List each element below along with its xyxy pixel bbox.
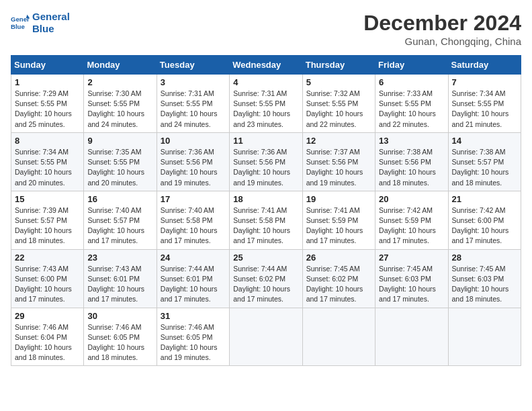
day-info: Sunrise: 7:42 AMSunset: 6:00 PMDaylight:… (452, 206, 509, 245)
table-row: 31 Sunrise: 7:46 AMSunset: 6:05 PMDaylig… (157, 308, 229, 366)
day-info: Sunrise: 7:45 AMSunset: 6:02 PMDaylight:… (306, 265, 363, 304)
day-number: 21 (452, 194, 517, 204)
day-info: Sunrise: 7:40 AMSunset: 5:57 PMDaylight:… (87, 206, 144, 245)
day-number: 28 (452, 253, 517, 263)
logo: General Blue General Blue (11, 11, 70, 35)
day-info: Sunrise: 7:43 AMSunset: 6:00 PMDaylight:… (15, 265, 72, 304)
table-row (230, 308, 302, 366)
title-block: December 2024 Gunan, Chongqing, China (363, 11, 521, 47)
day-number: 19 (306, 194, 371, 204)
table-row: 20 Sunrise: 7:42 AMSunset: 5:59 PMDaylig… (375, 191, 448, 249)
day-info: Sunrise: 7:46 AMSunset: 6:04 PMDaylight:… (15, 323, 72, 362)
table-row: 29 Sunrise: 7:46 AMSunset: 6:04 PMDaylig… (11, 308, 84, 366)
day-info: Sunrise: 7:45 AMSunset: 6:03 PMDaylight:… (379, 265, 436, 304)
day-number: 6 (379, 77, 444, 87)
day-number: 15 (15, 194, 80, 204)
day-info: Sunrise: 7:37 AMSunset: 5:56 PMDaylight:… (306, 148, 363, 187)
table-row: 6 Sunrise: 7:33 AMSunset: 5:55 PMDayligh… (375, 75, 448, 133)
calendar-subtitle: Gunan, Chongqing, China (363, 36, 521, 47)
table-row: 25 Sunrise: 7:44 AMSunset: 6:02 PMDaylig… (230, 249, 302, 308)
table-row: 28 Sunrise: 7:45 AMSunset: 6:03 PMDaylig… (448, 249, 521, 308)
day-number: 1 (15, 77, 80, 87)
day-number: 8 (15, 136, 80, 146)
day-number: 26 (306, 253, 371, 263)
day-number: 27 (379, 253, 444, 263)
day-info: Sunrise: 7:38 AMSunset: 5:57 PMDaylight:… (452, 148, 509, 187)
day-number: 29 (15, 311, 80, 321)
col-saturday: Saturday (448, 56, 521, 75)
day-info: Sunrise: 7:41 AMSunset: 5:58 PMDaylight:… (233, 206, 290, 245)
col-tuesday: Tuesday (157, 56, 229, 75)
logo-line2: Blue (32, 23, 70, 35)
day-info: Sunrise: 7:33 AMSunset: 5:55 PMDaylight:… (379, 89, 436, 128)
calendar-title: December 2024 (363, 11, 521, 36)
table-row: 1 Sunrise: 7:29 AMSunset: 5:55 PMDayligh… (11, 75, 84, 133)
table-row: 11 Sunrise: 7:36 AMSunset: 5:56 PMDaylig… (230, 132, 302, 191)
col-thursday: Thursday (302, 56, 375, 75)
day-info: Sunrise: 7:41 AMSunset: 5:59 PMDaylight:… (306, 206, 363, 245)
day-info: Sunrise: 7:36 AMSunset: 5:56 PMDaylight:… (233, 148, 290, 187)
day-number: 16 (87, 194, 152, 204)
table-row: 9 Sunrise: 7:35 AMSunset: 5:55 PMDayligh… (84, 132, 157, 191)
day-info: Sunrise: 7:31 AMSunset: 5:55 PMDaylight:… (161, 89, 218, 128)
day-info: Sunrise: 7:35 AMSunset: 5:55 PMDaylight:… (87, 148, 144, 187)
day-info: Sunrise: 7:32 AMSunset: 5:55 PMDaylight:… (306, 89, 363, 128)
table-row: 4 Sunrise: 7:31 AMSunset: 5:55 PMDayligh… (230, 75, 302, 133)
day-number: 25 (233, 253, 298, 263)
table-row: 8 Sunrise: 7:34 AMSunset: 5:55 PMDayligh… (11, 132, 84, 191)
day-info: Sunrise: 7:31 AMSunset: 5:55 PMDaylight:… (233, 89, 290, 128)
table-row (448, 308, 521, 366)
day-number: 22 (15, 253, 80, 263)
day-info: Sunrise: 7:29 AMSunset: 5:55 PMDaylight:… (15, 89, 72, 128)
table-row: 22 Sunrise: 7:43 AMSunset: 6:00 PMDaylig… (11, 249, 84, 308)
day-number: 14 (452, 136, 517, 146)
day-number: 9 (87, 136, 152, 146)
table-row: 2 Sunrise: 7:30 AMSunset: 5:55 PMDayligh… (84, 75, 157, 133)
col-sunday: Sunday (11, 56, 84, 75)
logo-icon: General Blue (11, 13, 30, 32)
day-info: Sunrise: 7:44 AMSunset: 6:01 PMDaylight:… (161, 265, 218, 304)
table-row: 27 Sunrise: 7:45 AMSunset: 6:03 PMDaylig… (375, 249, 448, 308)
table-row: 13 Sunrise: 7:38 AMSunset: 5:56 PMDaylig… (375, 132, 448, 191)
table-row: 10 Sunrise: 7:36 AMSunset: 5:56 PMDaylig… (157, 132, 229, 191)
day-number: 7 (452, 77, 517, 87)
day-number: 2 (87, 77, 152, 87)
table-row: 18 Sunrise: 7:41 AMSunset: 5:58 PMDaylig… (230, 191, 302, 249)
day-info: Sunrise: 7:44 AMSunset: 6:02 PMDaylight:… (233, 265, 290, 304)
table-row: 30 Sunrise: 7:46 AMSunset: 6:05 PMDaylig… (84, 308, 157, 366)
table-row: 19 Sunrise: 7:41 AMSunset: 5:59 PMDaylig… (302, 191, 375, 249)
col-monday: Monday (84, 56, 157, 75)
day-number: 31 (161, 311, 226, 321)
table-row: 26 Sunrise: 7:45 AMSunset: 6:02 PMDaylig… (302, 249, 375, 308)
calendar-header-row: Sunday Monday Tuesday Wednesday Thursday… (11, 56, 521, 75)
table-row: 3 Sunrise: 7:31 AMSunset: 5:55 PMDayligh… (157, 75, 229, 133)
day-info: Sunrise: 7:39 AMSunset: 5:57 PMDaylight:… (15, 206, 72, 245)
day-info: Sunrise: 7:42 AMSunset: 5:59 PMDaylight:… (379, 206, 436, 245)
table-row: 5 Sunrise: 7:32 AMSunset: 5:55 PMDayligh… (302, 75, 375, 133)
day-number: 18 (233, 194, 298, 204)
col-friday: Friday (375, 56, 448, 75)
day-info: Sunrise: 7:46 AMSunset: 6:05 PMDaylight:… (161, 323, 218, 362)
calendar-table: Sunday Monday Tuesday Wednesday Thursday… (11, 55, 521, 366)
day-info: Sunrise: 7:40 AMSunset: 5:58 PMDaylight:… (161, 206, 218, 245)
page-header: General Blue General Blue December 2024 … (11, 11, 521, 47)
table-row: 23 Sunrise: 7:43 AMSunset: 6:01 PMDaylig… (84, 249, 157, 308)
table-row: 15 Sunrise: 7:39 AMSunset: 5:57 PMDaylig… (11, 191, 84, 249)
day-number: 13 (379, 136, 444, 146)
day-number: 11 (233, 136, 298, 146)
table-row: 14 Sunrise: 7:38 AMSunset: 5:57 PMDaylig… (448, 132, 521, 191)
table-row (375, 308, 448, 366)
day-number: 23 (87, 253, 152, 263)
day-info: Sunrise: 7:46 AMSunset: 6:05 PMDaylight:… (87, 323, 144, 362)
table-row: 24 Sunrise: 7:44 AMSunset: 6:01 PMDaylig… (157, 249, 229, 308)
logo-line1: General (32, 11, 70, 23)
col-wednesday: Wednesday (230, 56, 302, 75)
day-number: 10 (161, 136, 226, 146)
day-number: 20 (379, 194, 444, 204)
day-info: Sunrise: 7:38 AMSunset: 5:56 PMDaylight:… (379, 148, 436, 187)
day-info: Sunrise: 7:45 AMSunset: 6:03 PMDaylight:… (452, 265, 509, 304)
table-row: 21 Sunrise: 7:42 AMSunset: 6:00 PMDaylig… (448, 191, 521, 249)
day-info: Sunrise: 7:43 AMSunset: 6:01 PMDaylight:… (87, 265, 144, 304)
day-info: Sunrise: 7:34 AMSunset: 5:55 PMDaylight:… (15, 148, 72, 187)
day-number: 24 (161, 253, 226, 263)
